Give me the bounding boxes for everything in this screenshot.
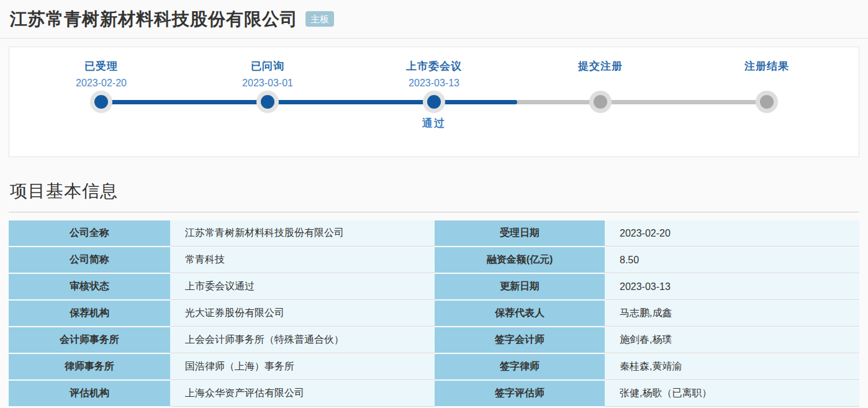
row-value-company-short-name: 常青科技 xyxy=(170,247,435,273)
board-badge: 主板 xyxy=(305,11,334,27)
row-label-update-date: 更新日期 xyxy=(435,274,605,299)
project-basic-info-table: 公司全称 江苏常青树新材料科技股份有限公司 受理日期 2023-02-20 公司… xyxy=(9,220,859,406)
row-value-appraisal-agency: 上海众华资产评估有限公司 xyxy=(170,381,435,406)
stage-node-pending-icon xyxy=(756,91,778,113)
row-label-sponsor-institution: 保荐机构 xyxy=(9,301,170,326)
timeline-stage-listing-committee: 上市委会议 2023-03-13 通过 xyxy=(351,59,517,152)
row-label-company-full-name: 公司全称 xyxy=(9,220,170,246)
timeline-stage-submit-registration: 提交注册 xyxy=(517,59,684,152)
row-label-accounting-firm: 会计师事务所 xyxy=(9,327,170,353)
row-value-accounting-firm: 上会会计师事务所（特殊普通合伙） xyxy=(170,327,435,353)
row-label-signing-appraisers: 签字评估师 xyxy=(435,381,605,406)
stage-date: 2023-03-13 xyxy=(351,78,517,89)
stage-date: 2023-02-20 xyxy=(18,78,184,89)
ipo-progress-timeline: 已受理 2023-02-20 已问询 2023-03-01 上市委会议 2023… xyxy=(9,47,859,157)
stage-label: 上市委会议 xyxy=(351,59,517,73)
row-value-company-full-name: 江苏常青树新材料科技股份有限公司 xyxy=(170,220,435,246)
stage-result-passed: 通过 xyxy=(351,116,517,130)
row-label-acceptance-date: 受理日期 xyxy=(435,220,605,246)
row-value-financing-amount: 8.50 xyxy=(605,247,859,273)
page-header: 江苏常青树新材料科技股份有限公司 主板 xyxy=(0,0,868,39)
row-label-company-short-name: 公司简称 xyxy=(9,247,170,273)
stage-date xyxy=(684,78,850,89)
row-label-sponsor-representatives: 保荐代表人 xyxy=(435,301,605,326)
row-value-sponsor-institution: 光大证券股份有限公司 xyxy=(170,301,435,326)
row-label-financing-amount: 融资金额(亿元) xyxy=(435,247,605,273)
timeline-stage-inquired: 已问询 2023-03-01 xyxy=(184,59,351,152)
page-root: 江苏常青树新材料科技股份有限公司 主板 已受理 2023-02-20 已问询 2… xyxy=(0,0,868,406)
stage-date: 2023-03-01 xyxy=(184,78,351,89)
stage-label: 注册结果 xyxy=(684,59,850,73)
row-value-acceptance-date: 2023-02-20 xyxy=(605,220,859,246)
timeline-stage-accepted: 已受理 2023-02-20 xyxy=(18,59,184,152)
stage-label: 已问询 xyxy=(184,59,351,73)
row-value-update-date: 2023-03-13 xyxy=(605,274,859,299)
stage-label: 已受理 xyxy=(18,59,184,73)
row-label-law-firm: 律师事务所 xyxy=(9,354,170,379)
timeline-stage-registration-result: 注册结果 xyxy=(684,59,850,152)
section-title-basic-info: 项目基本信息 xyxy=(9,157,859,212)
row-value-law-firm: 国浩律师（上海）事务所 xyxy=(170,354,435,379)
row-label-signing-lawyers: 签字律师 xyxy=(435,354,605,379)
stage-node-done-icon xyxy=(423,91,445,113)
stage-label: 提交注册 xyxy=(517,59,684,73)
stage-date xyxy=(517,78,684,89)
stage-node-pending-icon xyxy=(589,91,612,113)
row-value-signing-accountants: 施剑春,杨璞 xyxy=(605,327,859,353)
row-label-signing-accountants: 签字会计师 xyxy=(435,327,605,353)
row-label-review-status: 审核状态 xyxy=(9,274,170,299)
stage-node-done-icon xyxy=(256,91,279,113)
row-value-review-status: 上市委会议通过 xyxy=(170,274,435,299)
row-value-signing-appraisers: 张健,杨歌（已离职） xyxy=(605,381,859,406)
company-title: 江苏常青树新材料科技股份有限公司 xyxy=(10,7,298,31)
row-value-sponsor-representatives: 马志鹏,成鑫 xyxy=(605,301,859,326)
stage-node-done-icon xyxy=(90,91,112,113)
row-label-appraisal-agency: 评估机构 xyxy=(9,381,170,406)
row-value-signing-lawyers: 秦桂森,黄靖渝 xyxy=(605,354,859,379)
